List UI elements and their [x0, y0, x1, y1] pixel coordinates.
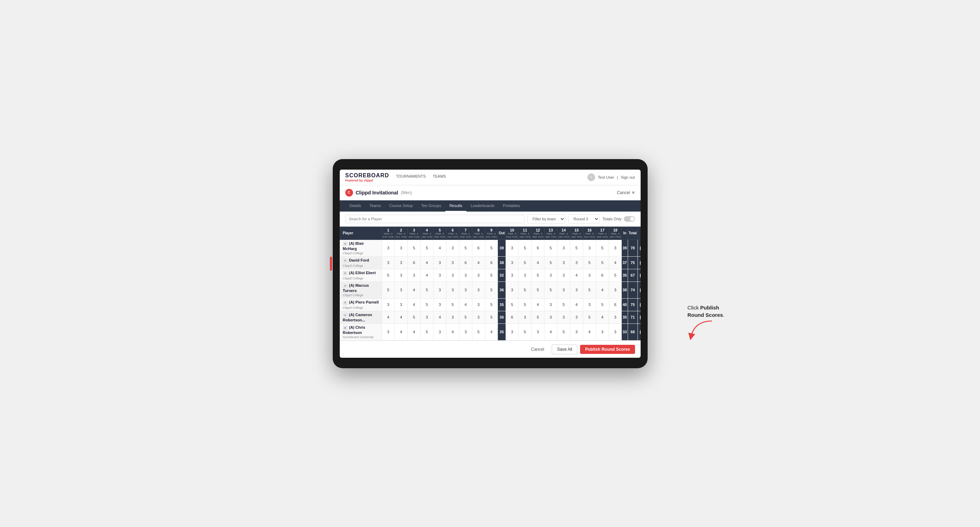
- hole-18-score[interactable]: 3: [609, 324, 622, 340]
- hole-12-score[interactable]: 5: [531, 311, 544, 324]
- hole-5-score[interactable]: 4: [433, 311, 447, 324]
- hole-5-score[interactable]: 4: [433, 240, 447, 256]
- save-all-button[interactable]: Save All: [552, 344, 577, 354]
- hole-15-score[interactable]: 3: [570, 311, 583, 324]
- hole-3-score[interactable]: 5: [407, 240, 420, 256]
- hole-7-score[interactable]: 5: [459, 311, 472, 324]
- hole-17-score[interactable]: 3: [596, 324, 609, 340]
- hole-10-score[interactable]: 3: [506, 269, 519, 281]
- hole-14-score[interactable]: 3: [557, 240, 570, 256]
- hole-7-score[interactable]: 5: [459, 240, 472, 256]
- hole-18-score[interactable]: 5: [609, 269, 622, 281]
- hole-6-score[interactable]: 3: [446, 281, 459, 298]
- hole-10-score[interactable]: 5: [506, 298, 519, 311]
- hole-9-score[interactable]: 6: [485, 256, 498, 269]
- hole-9-score[interactable]: 5: [485, 281, 498, 298]
- hole-10-score[interactable]: 3: [506, 256, 519, 269]
- hole-14-score[interactable]: 3: [557, 269, 570, 281]
- hole-10-score[interactable]: 3: [506, 281, 519, 298]
- hole-12-score[interactable]: 3: [531, 324, 544, 340]
- totals-toggle-switch[interactable]: [624, 216, 635, 222]
- hole-9-score[interactable]: 5: [485, 298, 498, 311]
- hole-9-score[interactable]: 4: [485, 324, 498, 340]
- hole-3-score[interactable]: 4: [407, 281, 420, 298]
- hole-11-score[interactable]: 3: [519, 269, 531, 281]
- hole-3-score[interactable]: 6: [407, 256, 420, 269]
- hole-16-score[interactable]: 3: [583, 298, 596, 311]
- hole-16-score[interactable]: 5: [583, 311, 596, 324]
- hole-13-score[interactable]: 3: [544, 269, 557, 281]
- hole-12-score[interactable]: 5: [531, 281, 544, 298]
- filter-team-select[interactable]: Filter by team: [527, 214, 565, 224]
- hole-2-score[interactable]: 3: [395, 281, 407, 298]
- round-select[interactable]: Round 3: [568, 214, 600, 224]
- hole-11-score[interactable]: 5: [519, 240, 531, 256]
- hole-11-score[interactable]: 5: [519, 256, 531, 269]
- hole-16-score[interactable]: 3: [583, 269, 596, 281]
- hole-18-score[interactable]: 6: [609, 298, 622, 311]
- tab-results[interactable]: Results: [445, 200, 467, 211]
- tab-course-setup[interactable]: Course Setup: [385, 200, 417, 211]
- hole-8-score[interactable]: 3: [472, 311, 485, 324]
- hole-4-score[interactable]: 4: [420, 256, 433, 269]
- hole-17-score[interactable]: 5: [596, 240, 609, 256]
- nav-teams[interactable]: TEAMS: [433, 174, 446, 181]
- hole-10-score[interactable]: 3: [506, 240, 519, 256]
- hole-2-score[interactable]: 4: [395, 324, 407, 340]
- hole-1-score[interactable]: 3: [382, 256, 395, 269]
- hole-1-score[interactable]: 4: [382, 311, 395, 324]
- hole-17-score[interactable]: 6: [596, 269, 609, 281]
- hole-18-score[interactable]: 4: [609, 256, 622, 269]
- hole-12-score[interactable]: 6: [531, 240, 544, 256]
- wd-badge[interactable]: WD: [640, 246, 640, 251]
- hole-2-score[interactable]: 4: [395, 311, 407, 324]
- wd-badge[interactable]: WD: [640, 303, 640, 307]
- hole-10-score[interactable]: 3: [506, 324, 519, 340]
- hole-13-score[interactable]: 3: [544, 311, 557, 324]
- hole-1-score[interactable]: 5: [382, 281, 395, 298]
- hole-17-score[interactable]: 5: [596, 298, 609, 311]
- tab-tee-groups[interactable]: Tee Groups: [417, 200, 445, 211]
- hole-16-score[interactable]: 3: [583, 240, 596, 256]
- hole-7-score[interactable]: 3: [459, 269, 472, 281]
- hole-5-score[interactable]: 3: [433, 281, 447, 298]
- hole-18-score[interactable]: 3: [609, 281, 622, 298]
- hole-9-score[interactable]: 5: [485, 269, 498, 281]
- hole-8-score[interactable]: 3: [472, 298, 485, 311]
- hole-11-score[interactable]: 5: [519, 281, 531, 298]
- hole-3-score[interactable]: 3: [407, 269, 420, 281]
- hole-13-score[interactable]: 4: [544, 324, 557, 340]
- hole-4-score[interactable]: 3: [420, 311, 433, 324]
- tab-details[interactable]: Details: [345, 200, 366, 211]
- hole-15-score[interactable]: 3: [570, 281, 583, 298]
- hole-5-score[interactable]: 3: [433, 324, 447, 340]
- hole-8-score[interactable]: 3: [472, 281, 485, 298]
- hole-14-score[interactable]: 5: [557, 324, 570, 340]
- hole-6-score[interactable]: 3: [446, 240, 459, 256]
- hole-12-score[interactable]: 4: [531, 298, 544, 311]
- hole-4-score[interactable]: 4: [420, 269, 433, 281]
- hole-17-score[interactable]: 4: [596, 281, 609, 298]
- publish-round-scores-button[interactable]: Publish Round Scores: [580, 345, 635, 354]
- wd-badge[interactable]: WD: [640, 273, 640, 278]
- hole-1-score[interactable]: 3: [382, 298, 395, 311]
- hole-2-score[interactable]: 3: [395, 269, 407, 281]
- search-input[interactable]: [345, 215, 525, 223]
- hole-7-score[interactable]: 4: [459, 298, 472, 311]
- hole-6-score[interactable]: 3: [446, 311, 459, 324]
- hole-12-score[interactable]: 4: [531, 256, 544, 269]
- hole-10-score[interactable]: 6: [506, 311, 519, 324]
- wd-badge[interactable]: WD: [640, 288, 640, 292]
- hole-3-score[interactable]: 5: [407, 311, 420, 324]
- hole-6-score[interactable]: 3: [446, 269, 459, 281]
- hole-18-score[interactable]: 3: [609, 240, 622, 256]
- hole-17-score[interactable]: 4: [596, 311, 609, 324]
- hole-15-score[interactable]: 4: [570, 269, 583, 281]
- hole-11-score[interactable]: 5: [519, 324, 531, 340]
- sign-out-link[interactable]: Sign out: [620, 175, 635, 179]
- hole-5-score[interactable]: 3: [433, 256, 447, 269]
- hole-4-score[interactable]: 5: [420, 240, 433, 256]
- hole-8-score[interactable]: 5: [472, 324, 485, 340]
- tab-teams[interactable]: Teams: [365, 200, 385, 211]
- hole-14-score[interactable]: 3: [557, 256, 570, 269]
